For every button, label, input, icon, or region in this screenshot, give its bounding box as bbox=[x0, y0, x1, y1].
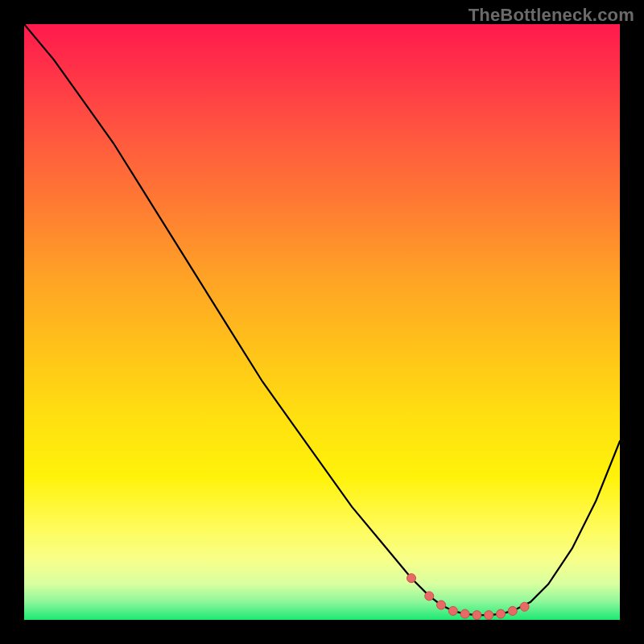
chart-line bbox=[24, 24, 620, 615]
chart-marker bbox=[460, 609, 469, 618]
chart-marker bbox=[497, 609, 506, 618]
watermark-text: TheBottleneck.com bbox=[469, 5, 634, 26]
chart-marker bbox=[473, 611, 481, 620]
chart-markers bbox=[407, 574, 530, 620]
chart-plot-area bbox=[24, 24, 620, 620]
chart-marker bbox=[437, 601, 446, 609]
chart-marker bbox=[520, 602, 529, 611]
chart-marker bbox=[425, 592, 434, 601]
chart-marker bbox=[448, 606, 457, 615]
chart-marker bbox=[508, 606, 517, 615]
chart-marker bbox=[407, 574, 416, 583]
chart-svg bbox=[24, 24, 620, 620]
chart-marker bbox=[485, 611, 493, 620]
